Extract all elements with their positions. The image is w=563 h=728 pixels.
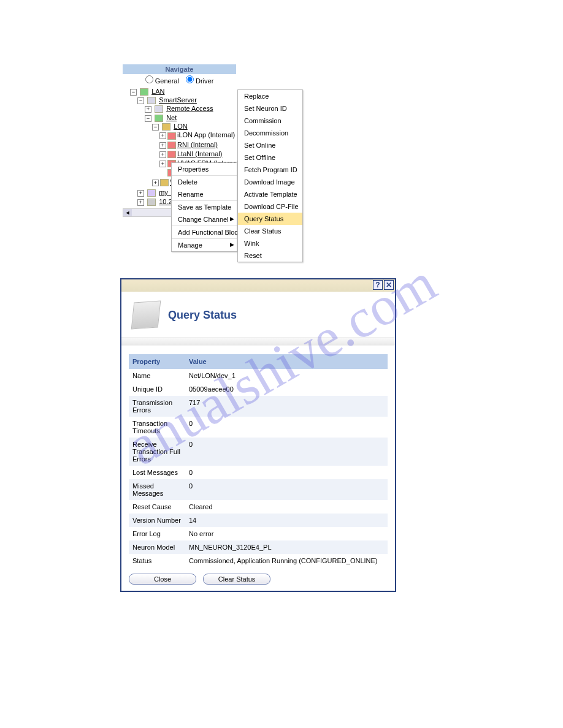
prop-key: Receive Transaction Full Errors	[129, 438, 185, 466]
dialog-separator	[121, 337, 395, 346]
prop-key: Name	[129, 369, 185, 382]
prop-key: Lost Messages	[129, 466, 185, 479]
mi-fetch-program-id[interactable]: Fetch Program ID	[238, 164, 302, 176]
mi-change-channel-label: Change Channel	[178, 216, 229, 223]
expander-icon[interactable]: +	[159, 161, 166, 167]
table-row: Transaction Timeouts0	[129, 417, 388, 438]
table-row: Error LogNo error	[129, 527, 388, 540]
mi-properties[interactable]: Properties	[172, 163, 237, 175]
expander-icon[interactable]: +	[159, 142, 166, 149]
tree-ilon-app[interactable]: iLON App (Internal)	[177, 131, 235, 138]
server-icon	[147, 97, 156, 104]
mi-rename[interactable]: Rename	[172, 188, 237, 200]
mi-commission[interactable]: Commission	[238, 115, 302, 127]
table-row: Lost Messages0	[129, 466, 388, 479]
mi-delete[interactable]: Delete	[172, 175, 237, 188]
channel-icon	[160, 179, 169, 186]
prop-value: No error	[185, 527, 388, 540]
clear-status-button[interactable]: Clear Status	[203, 574, 270, 585]
table-row: Version Number14	[129, 514, 388, 527]
prop-value: 0	[185, 479, 388, 500]
submenu-arrow-icon: ▶	[230, 241, 234, 248]
expander-icon[interactable]: −	[152, 124, 159, 131]
prop-value: 0	[185, 438, 388, 466]
mi-reset[interactable]: Reset	[238, 249, 302, 262]
prop-value: 0	[185, 417, 388, 438]
table-row: StatusCommissioned, Application Running …	[129, 554, 388, 567]
mi-save-as-template[interactable]: Save as Template	[172, 200, 237, 213]
scroll-left-icon[interactable]: ◄	[123, 209, 132, 216]
expander-icon[interactable]: −	[137, 97, 144, 104]
device-icon	[167, 132, 176, 140]
radio-driver-label: Driver	[196, 77, 213, 85]
tree-net[interactable]: Net	[166, 114, 177, 121]
help-button-icon[interactable]: ?	[373, 280, 383, 290]
mi-set-offline[interactable]: Set Offline	[238, 151, 302, 164]
device-large-icon	[131, 300, 161, 329]
mi-change-channel[interactable]: Change Channel▶	[172, 213, 237, 226]
tree-ltani[interactable]: LtaNI (Internal)	[177, 150, 222, 157]
tree-lon[interactable]: LON	[174, 123, 188, 130]
mi-clear-status[interactable]: Clear Status	[238, 225, 302, 237]
radio-general-input[interactable]	[145, 75, 153, 83]
tree-lan[interactable]: LAN	[151, 88, 164, 95]
table-row: Reset CauseCleared	[129, 500, 388, 514]
mi-download-image[interactable]: Download Image	[238, 176, 302, 188]
col-value: Value	[185, 354, 388, 369]
prop-key: Unique ID	[129, 382, 185, 396]
table-row: Unique ID05009aecee00	[129, 382, 388, 396]
prop-value: 05009aecee00	[185, 382, 388, 396]
expander-icon[interactable]: +	[159, 151, 166, 158]
remote-icon	[155, 105, 163, 113]
dialog-titlebar: ? ✕	[121, 279, 395, 292]
close-button[interactable]: Close	[129, 574, 196, 585]
device-icon	[167, 142, 176, 149]
mi-manage[interactable]: Manage▶	[172, 238, 237, 251]
prop-key: Transmission Errors	[129, 396, 185, 417]
expander-icon[interactable]: +	[137, 199, 144, 206]
host-icon	[147, 199, 156, 206]
prop-value: 0	[185, 466, 388, 479]
prop-value: Commissioned, Application Running (CONFI…	[185, 554, 388, 567]
expander-icon[interactable]: −	[130, 89, 137, 96]
lan-icon	[140, 88, 148, 96]
tree-remote-access[interactable]: Remote Access	[166, 105, 213, 112]
net-icon	[155, 115, 163, 122]
prop-value: MN_NEURON_3120E4_PL	[185, 540, 388, 554]
mi-decommission[interactable]: Decommission	[238, 127, 302, 139]
prop-key: Missed Messages	[129, 479, 185, 500]
mi-query-status[interactable]: Query Status	[238, 213, 302, 225]
expander-icon[interactable]: −	[145, 115, 151, 122]
radio-general-label: General	[155, 77, 179, 85]
navigate-header: Navigate	[123, 64, 236, 74]
nav-mode-row: General Driver	[123, 74, 236, 86]
prop-key: Status	[129, 554, 185, 567]
radio-driver-input[interactable]	[186, 75, 194, 83]
radio-general[interactable]: General	[145, 77, 181, 85]
context-menu-manage: Replace Set Neuron ID Commission Decommi…	[237, 89, 303, 262]
tree-smartserver[interactable]: SmartServer	[159, 96, 197, 104]
mi-set-online[interactable]: Set Online	[238, 139, 302, 151]
expander-icon[interactable]: +	[152, 180, 159, 186]
mi-replace[interactable]: Replace	[238, 90, 302, 102]
mi-activate-template[interactable]: Activate Template	[238, 188, 302, 200]
col-property: Property	[129, 354, 185, 369]
close-button-icon[interactable]: ✕	[384, 280, 394, 290]
radio-driver[interactable]: Driver	[186, 77, 213, 85]
mi-manage-label: Manage	[178, 241, 202, 249]
mi-add-functional-block[interactable]: Add Functional Block	[172, 226, 237, 238]
tree-rni[interactable]: RNI (Internal)	[177, 141, 218, 148]
expander-icon[interactable]: +	[137, 190, 144, 197]
dialog-buttons: Close Clear Status	[129, 567, 388, 588]
mail-icon	[147, 189, 156, 197]
submenu-arrow-icon: ▶	[230, 216, 234, 222]
device-icon	[167, 151, 176, 158]
dialog-title-text: Query Status	[168, 309, 237, 322]
expander-icon[interactable]: +	[145, 106, 151, 113]
prop-key: Transaction Timeouts	[129, 417, 185, 438]
mi-set-neuron-id[interactable]: Set Neuron ID	[238, 102, 302, 115]
expander-icon[interactable]: +	[159, 132, 166, 139]
mi-wink[interactable]: Wink	[238, 237, 302, 249]
prop-key: Version Number	[129, 514, 185, 527]
mi-download-cp-file[interactable]: Download CP-File	[238, 200, 302, 213]
